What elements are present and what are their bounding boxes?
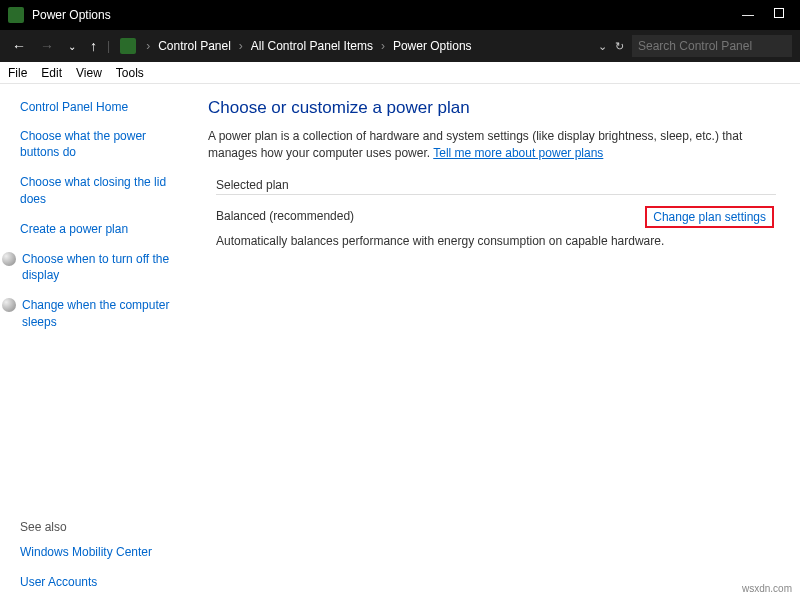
chevron-right-icon[interactable]: ›	[146, 39, 150, 53]
see-also-mobility-center[interactable]: Windows Mobility Center	[20, 544, 188, 560]
chevron-right-icon[interactable]: ›	[381, 39, 385, 53]
sidebar: Control Panel Home Choose what the power…	[0, 84, 200, 598]
tell-more-link[interactable]: Tell me more about power plans	[433, 146, 603, 160]
address-dropdown[interactable]: ⌄	[598, 40, 607, 53]
plan-description: Automatically balances performance with …	[216, 234, 776, 248]
sidebar-link-create-plan[interactable]: Create a power plan	[20, 221, 188, 237]
forward-button[interactable]: →	[36, 38, 58, 54]
sidebar-link-computer-sleeps[interactable]: Change when the computer sleeps	[22, 297, 188, 329]
menu-view[interactable]: View	[76, 66, 102, 80]
power-options-icon	[8, 7, 24, 23]
minimize-button[interactable]: —	[742, 8, 754, 22]
breadcrumb-item-control-panel[interactable]: Control Panel	[158, 39, 231, 53]
breadcrumb-icon	[120, 38, 136, 54]
chevron-right-icon[interactable]: ›	[239, 39, 243, 53]
window-title: Power Options	[32, 8, 742, 22]
sidebar-link-power-buttons[interactable]: Choose what the power buttons do	[20, 128, 188, 160]
recent-dropdown[interactable]: ⌄	[64, 41, 80, 52]
change-plan-settings-link[interactable]: Change plan settings	[645, 206, 774, 228]
control-panel-home-link[interactable]: Control Panel Home	[20, 100, 188, 114]
up-button[interactable]: ↑	[86, 38, 101, 54]
breadcrumb-item-power-options[interactable]: Power Options	[393, 39, 472, 53]
menu-file[interactable]: File	[8, 66, 27, 80]
maximize-button[interactable]	[774, 8, 784, 18]
menu-tools[interactable]: Tools	[116, 66, 144, 80]
breadcrumb-item-all-items[interactable]: All Control Panel Items	[251, 39, 373, 53]
sleep-icon	[2, 298, 16, 312]
menu-edit[interactable]: Edit	[41, 66, 62, 80]
breadcrumb: › Control Panel › All Control Panel Item…	[146, 39, 592, 53]
search-input[interactable]	[632, 35, 792, 57]
window-controls: —	[742, 8, 792, 22]
page-description: A power plan is a collection of hardware…	[208, 128, 776, 162]
main-content: Choose or customize a power plan A power…	[200, 84, 800, 598]
sidebar-link-turn-off-display[interactable]: Choose when to turn off the display	[22, 251, 188, 283]
display-icon	[2, 252, 16, 266]
refresh-button[interactable]: ↻	[615, 40, 624, 53]
titlebar: Power Options —	[0, 0, 800, 30]
see-also-label: See also	[20, 520, 188, 534]
sidebar-link-closing-lid[interactable]: Choose what closing the lid does	[20, 174, 188, 206]
selected-plan-heading: Selected plan	[216, 178, 776, 195]
see-also-user-accounts[interactable]: User Accounts	[20, 574, 188, 590]
watermark: wsxdn.com	[742, 583, 792, 594]
back-button[interactable]: ←	[8, 38, 30, 54]
navbar: ← → ⌄ ↑ | › Control Panel › All Control …	[0, 30, 800, 62]
page-title: Choose or customize a power plan	[208, 98, 776, 118]
plan-name: Balanced (recommended)	[216, 209, 354, 228]
menubar: File Edit View Tools	[0, 62, 800, 84]
